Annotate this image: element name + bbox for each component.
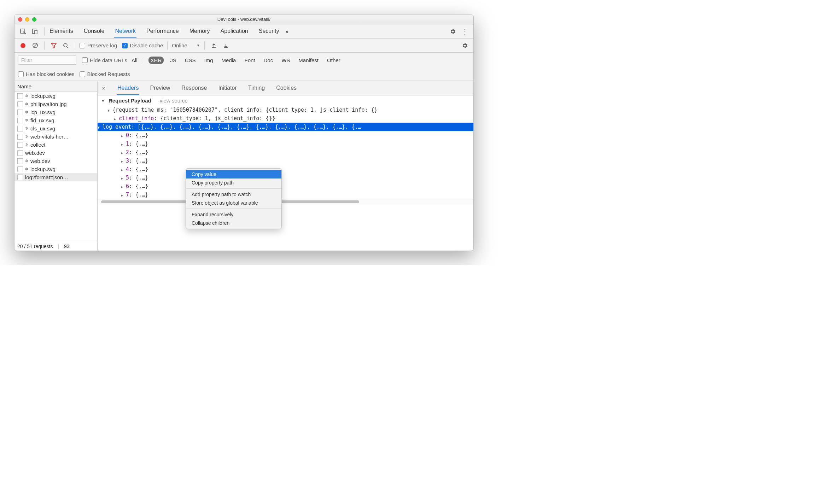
tree-row-array-item[interactable]: ▶0: {,…}: [98, 131, 473, 140]
tree-row-log-event[interactable]: ▼log_event: [{,…}, {,…}, {,…}, {,…}, {,……: [98, 123, 473, 131]
more-tabs-icon[interactable]: »: [282, 27, 292, 36]
request-item[interactable]: ✲web-vitals-her…: [14, 133, 97, 141]
tab-elements[interactable]: Elements: [49, 25, 74, 38]
request-name: log?format=json…: [25, 174, 68, 180]
payload-section-header[interactable]: ▼ Request Payload view source: [98, 95, 473, 106]
tree-row-array-item[interactable]: ▶1: {,…}: [98, 140, 473, 148]
kebab-menu-icon[interactable]: ⋮: [460, 27, 470, 36]
request-item[interactable]: ✲philipwalton.jpg: [14, 100, 97, 108]
caret-right-icon: ▶: [121, 142, 126, 146]
request-item[interactable]: web.dev: [14, 149, 97, 157]
panel-settings-icon[interactable]: [460, 41, 470, 51]
svg-point-5: [64, 43, 67, 47]
detail-tab-preview[interactable]: Preview: [149, 82, 171, 95]
context-menu-item[interactable]: Add property path to watch: [186, 190, 281, 199]
download-icon[interactable]: [221, 41, 231, 51]
file-icon: [17, 118, 23, 123]
filter-type-manifest[interactable]: Manifest: [296, 57, 321, 64]
filter-type-other[interactable]: Other: [325, 57, 343, 64]
filter-type-js[interactable]: JS: [168, 57, 179, 64]
context-menu-item[interactable]: Collapse children: [186, 219, 281, 227]
throttling-select[interactable]: Online ▼: [172, 42, 200, 48]
settings-icon[interactable]: [448, 27, 458, 36]
request-item[interactable]: ✲cls_ux.svg: [14, 124, 97, 133]
horizontal-scrollbar[interactable]: [98, 199, 473, 205]
request-list: ✲lockup.svg✲philipwalton.jpg✲lcp_ux.svg✲…: [14, 92, 97, 242]
filter-type-img[interactable]: Img: [202, 57, 215, 64]
filter-type-xhr[interactable]: XHR: [148, 57, 164, 64]
tab-network[interactable]: Network: [114, 25, 136, 38]
upload-icon[interactable]: [209, 41, 219, 51]
close-detail-icon[interactable]: ×: [100, 85, 107, 92]
filter-type-ws[interactable]: WS: [279, 57, 292, 64]
tab-application[interactable]: Application: [220, 25, 249, 38]
detail-tab-timing[interactable]: Timing: [247, 82, 266, 95]
filter-bar-2: Has blocked cookies Blocked Requests: [14, 68, 473, 81]
request-item[interactable]: ✲collect: [14, 141, 97, 149]
inspect-icon[interactable]: [18, 27, 28, 36]
has-blocked-cookies-checkbox[interactable]: Has blocked cookies: [18, 71, 75, 77]
gear-icon: ✲: [25, 118, 28, 123]
view-source-link[interactable]: view source: [160, 98, 188, 104]
request-name: collect: [30, 142, 46, 148]
filter-type-css[interactable]: CSS: [183, 57, 198, 64]
request-item[interactable]: ✲web.dev: [14, 157, 97, 165]
has-blocked-cookies-label: Has blocked cookies: [26, 71, 75, 77]
blocked-requests-checkbox[interactable]: Blocked Requests: [80, 71, 130, 77]
request-name: cls_ux.svg: [30, 125, 55, 131]
detail-tab-headers[interactable]: Headers: [117, 82, 139, 95]
tree-row-array-item[interactable]: ▶7: {,…}: [98, 191, 473, 199]
tree-row-client-info[interactable]: ▶client_info: {client_type: 1, js_client…: [98, 114, 473, 123]
context-menu: Copy valueCopy property pathAdd property…: [186, 168, 282, 229]
clear-icon[interactable]: [30, 41, 40, 51]
disable-cache-checkbox[interactable]: ✓ Disable cache: [122, 42, 163, 48]
detail-tab-cookies[interactable]: Cookies: [275, 82, 297, 95]
context-menu-item[interactable]: Copy value: [186, 170, 281, 178]
gear-icon: ✲: [25, 102, 28, 106]
request-item[interactable]: ✲lcp_ux.svg: [14, 108, 97, 116]
tree-row-array-item[interactable]: ▶3: {,…}: [98, 157, 473, 165]
preserve-log-label: Preserve log: [87, 42, 117, 48]
blocked-requests-label: Blocked Requests: [87, 71, 130, 77]
tab-memory[interactable]: Memory: [189, 25, 211, 38]
detail-tab-initiator[interactable]: Initiator: [217, 82, 237, 95]
request-name: web.dev: [25, 150, 45, 156]
tree-row-array-item[interactable]: ▶6: {,…}: [98, 182, 473, 191]
tree-row-array-item[interactable]: ▶5: {,…}: [98, 174, 473, 182]
file-icon: [17, 101, 23, 107]
request-item[interactable]: ✲lockup.svg: [14, 165, 97, 173]
file-icon: [17, 142, 23, 148]
hide-data-urls-checkbox[interactable]: Hide data URLs: [82, 57, 127, 63]
file-icon: [17, 126, 23, 131]
gear-icon: ✲: [25, 167, 28, 171]
detail-tab-response[interactable]: Response: [181, 82, 208, 95]
request-item[interactable]: log?format=json…: [14, 173, 97, 181]
request-item[interactable]: ✲lockup.svg: [14, 92, 97, 100]
filter-type-all[interactable]: All: [129, 57, 140, 64]
caret-right-icon: ▶: [121, 176, 126, 180]
tree-row-array-item[interactable]: ▶2: {,…}: [98, 148, 473, 157]
request-item[interactable]: ✲fid_ux.svg: [14, 116, 97, 124]
filter-type-font[interactable]: Font: [242, 57, 257, 64]
filter-input[interactable]: [18, 55, 76, 65]
file-icon: [17, 175, 23, 180]
tree-root-row[interactable]: ▼{request_time_ms: "1605078406207", clie…: [98, 106, 473, 114]
record-icon[interactable]: [18, 41, 28, 51]
search-icon[interactable]: [61, 41, 71, 51]
filter-bar: Hide data URLs AllXHRJSCSSImgMediaFontDo…: [14, 53, 473, 68]
context-menu-item[interactable]: Store object as global variable: [186, 199, 281, 207]
context-menu-item[interactable]: Expand recursively: [186, 210, 281, 219]
caret-right-icon: ▶: [121, 185, 126, 189]
tree-row-array-item[interactable]: ▶4: {,…}: [98, 165, 473, 174]
tab-performance[interactable]: Performance: [146, 25, 180, 38]
context-menu-item[interactable]: Copy property path: [186, 178, 281, 187]
preserve-log-checkbox[interactable]: Preserve log: [80, 42, 117, 48]
tab-security[interactable]: Security: [258, 25, 280, 38]
filter-type-media[interactable]: Media: [220, 57, 238, 64]
filter-icon[interactable]: [49, 41, 59, 51]
tab-console[interactable]: Console: [83, 25, 105, 38]
filter-type-doc[interactable]: Doc: [261, 57, 275, 64]
caret-down-icon: ▼: [197, 43, 200, 47]
device-toggle-icon[interactable]: [30, 27, 40, 36]
network-toolbar: Preserve log ✓ Disable cache Online ▼: [14, 39, 473, 53]
